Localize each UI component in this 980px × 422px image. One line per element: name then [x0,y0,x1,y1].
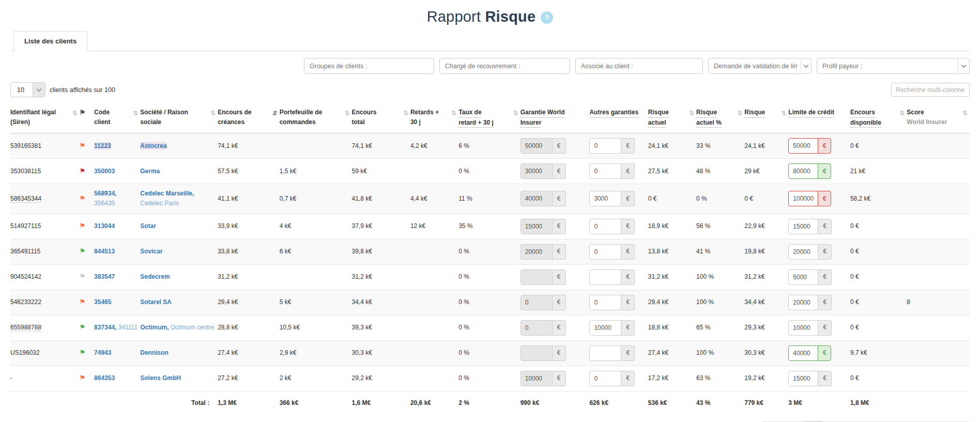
autres-garanties-input[interactable] [589,295,621,310]
filter-charge-de-recouvrement[interactable]: Chargé de recouvrement : [439,58,570,74]
autres-garanties-input[interactable] [589,345,621,361]
autres-garanties-input[interactable] [589,244,621,260]
column-header-score[interactable]: ScoreWorld Insurer⇅ [907,104,970,133]
limite-credit-input[interactable] [788,320,818,336]
euro-suffix: € [818,244,832,260]
client-code-link[interactable]: 844513 [94,248,115,255]
client-code-link[interactable]: 11223 [94,142,111,149]
column-header-risque[interactable]: Risque⇅ [744,104,788,133]
column-header-risque-actuel-pct[interactable]: Risqueactuel %⇅ [696,104,744,133]
sort-icon-encours-creances[interactable]: ⇵ [272,109,278,118]
autres-garanties-input[interactable] [589,219,621,234]
client-code-link[interactable]: 350003 [94,168,115,175]
column-header-code[interactable]: Codeclient⇅ [94,104,140,133]
cell-risque-actuel-pct: 63 % [696,366,744,391]
client-code-link[interactable]: 383547 [94,273,115,280]
company-link[interactable]: Cedelec Paris [140,200,179,207]
client-code-link[interactable]: 313044 [94,222,115,230]
search-input[interactable] [891,83,970,97]
column-header-portefeuille[interactable]: Portefeuille decommandes⇅ [280,104,352,133]
company-link[interactable]: Cedelec Marseille, [140,190,194,197]
company-link[interactable]: Sotarel SA [140,298,172,306]
column-header-retards[interactable]: Retards +30 j⇅ [410,104,458,133]
sort-icon-score[interactable]: ⇅ [962,109,968,118]
limite-credit-input[interactable] [788,295,818,310]
company-link[interactable]: Sotar [140,222,156,230]
company-link[interactable]: Sedecrem [140,273,170,280]
sort-icon-siren[interactable]: ⇅ [72,109,78,118]
cell-risque: 19,8 k€ [744,239,788,264]
column-header-encours-total[interactable]: Encourstotal⇅ [351,104,410,133]
company-link[interactable]: Solens GmbH [140,374,181,382]
sort-icon-portefeuille[interactable]: ⇅ [344,109,349,118]
help-icon[interactable]: ? [541,11,553,24]
filter-groupes-de-clients[interactable]: Groupes de clients : [304,58,434,74]
euro-suffix: € [553,295,566,310]
limite-credit-input[interactable] [788,345,818,361]
sort-icon-encours-total[interactable]: ⇅ [403,109,408,118]
sort-icon-code[interactable]: ⇅ [133,109,138,118]
cell-encours-total: 31,2 k€ [351,264,410,290]
clients-table: Identifiant légal(Siren)⇅⚑Codeclient⇅Soc… [10,104,970,415]
cell-score [907,159,970,184]
client-code-link[interactable]: 864353 [94,374,115,382]
cell-risque: 22,9 k€ [744,214,788,239]
client-code-link[interactable]: 74943 [94,349,111,356]
client-code-link[interactable]: 35465 [94,298,111,306]
filter-associe-au-client[interactable]: Associé au client : [575,58,703,74]
company-link[interactable]: Dennison [140,349,169,356]
tab-liste-des-clients[interactable]: Liste des clients [13,31,87,51]
column-header-risque-actuel[interactable]: Risqueactuel⇅ [648,104,696,133]
cell-taux-retard: 35 % [458,214,520,239]
autres-garanties-input[interactable] [589,320,621,336]
sort-icon-risque-actuel-pct[interactable]: ⇅ [737,109,742,118]
total-garantie: 990 k€ [520,391,590,415]
filter-demande-validation-limite[interactable]: Demande de validation de limite [708,58,811,74]
autres-garanties-input[interactable] [589,138,621,154]
filter-profil-payeur[interactable]: Profil payeur : [817,58,970,74]
euro-suffix: € [553,320,566,336]
client-code-link[interactable]: 341111 [118,324,137,331]
autres-garanties-input[interactable] [589,371,621,386]
cell-encours-creances: 74,1 k€ [218,133,280,159]
sort-icon-encours-disponible[interactable]: ⇅ [899,109,905,118]
cell-encours-total: 39,8 k€ [351,239,410,264]
sort-icon-company[interactable]: ⇅ [210,109,216,118]
limite-credit-input[interactable] [788,163,818,179]
autres-garanties-input[interactable] [589,191,621,206]
limite-credit-input[interactable] [788,269,818,285]
company-link[interactable]: Octimum, [140,324,169,331]
garantie-world-insurer-input [520,269,553,285]
client-code-link[interactable]: 837344, [94,324,116,331]
sort-icon-taux-retard[interactable]: ⇅ [513,109,518,118]
company-link[interactable]: Octimum centre [171,324,215,331]
limite-credit-input[interactable] [788,138,818,154]
table-footer: Total : 1,3 M€ 366 k€ 1,6 M€ 20,6 k€ 2 %… [10,391,970,415]
total-score [907,391,970,415]
client-code-link[interactable]: 356435 [94,200,115,207]
limite-credit-input[interactable] [788,244,818,260]
column-header-encours-disponible[interactable]: Encoursdisponible⇅ [850,104,907,133]
column-header-encours-creances[interactable]: Encours decréances⇵ [218,104,280,133]
autres-garanties-input[interactable] [589,269,621,285]
page-size-select[interactable]: 10 [10,82,45,97]
cell-risque-actuel-pct: 100 % [696,340,744,366]
column-label: disponible [850,118,881,128]
company-link[interactable]: Astocrea [140,142,166,149]
column-label: Encours [850,108,875,118]
column-header-taux-retard[interactable]: Taux deretard + 30 j⇅ [458,104,520,133]
limite-credit-input[interactable] [788,219,818,234]
limite-credit-input[interactable] [788,191,818,206]
sort-icon-risque-actuel[interactable]: ⇅ [689,109,694,118]
column-header-siren[interactable]: Identifiant légal(Siren)⇅ [10,104,80,133]
sort-icon-risque[interactable]: ⇅ [781,109,786,118]
cell-risque: 30,3 k€ [744,340,788,366]
column-header-company[interactable]: Société / Raisonsociale⇅ [140,104,218,133]
company-link[interactable]: Sovicar [140,248,162,255]
client-code-link[interactable]: 568934, [94,190,116,197]
sort-icon-retards[interactable]: ⇅ [451,109,456,118]
autres-garanties-input[interactable] [589,163,621,179]
limite-credit-input[interactable] [788,371,818,386]
cell-siren: 655988788 [10,315,80,340]
company-link[interactable]: Germa [140,168,160,175]
